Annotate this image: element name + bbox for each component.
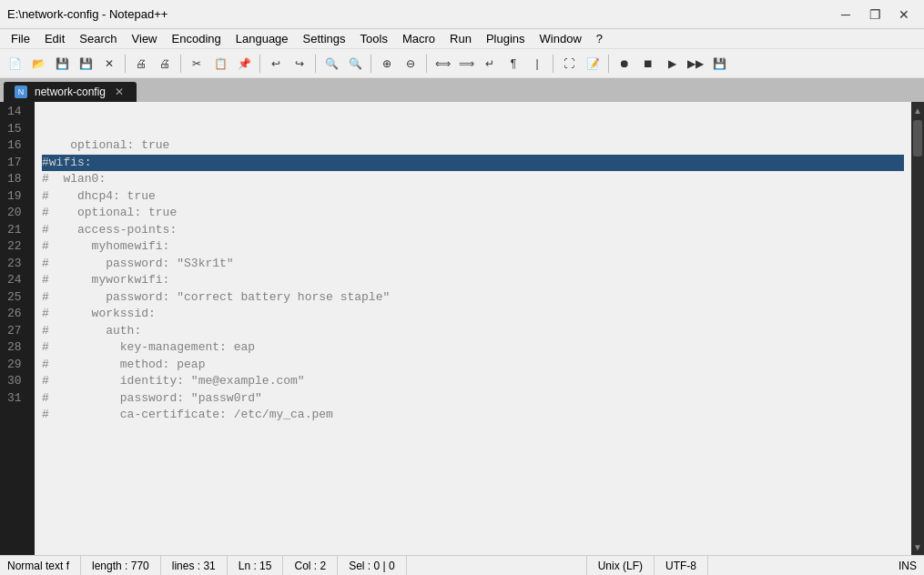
code-line: optional: true — [42, 137, 904, 155]
scroll-up-arrow[interactable]: ▲ — [911, 104, 924, 116]
menu-edit[interactable]: Edit — [37, 30, 72, 47]
line-number: 25 — [7, 289, 27, 307]
close-doc-button[interactable]: ✕ — [98, 53, 120, 75]
menu-window[interactable]: Window — [533, 30, 589, 47]
line-number: 18 — [7, 171, 27, 188]
window-controls: ─ ❐ ✕ — [833, 5, 917, 24]
copy-button[interactable]: 📋 — [209, 53, 231, 75]
window-title: E:\network-config - Notepad++ — [7, 7, 168, 21]
line-number: 26 — [7, 306, 27, 323]
redo-button[interactable]: ↪ — [289, 53, 310, 75]
code-line: # identity: "me@example.com" — [42, 373, 904, 390]
print-now-button[interactable]: 🖨 — [154, 53, 176, 75]
menu-search[interactable]: Search — [72, 30, 124, 47]
menu-macro[interactable]: Macro — [395, 30, 442, 47]
status-mode: Normal text f — [7, 556, 81, 575]
line-number: 24 — [7, 272, 27, 289]
tab-label: network-config — [35, 86, 106, 98]
new-button[interactable]: 📄 — [4, 53, 25, 75]
line-number: 23 — [7, 256, 27, 273]
paste-button[interactable]: 📌 — [233, 53, 255, 75]
code-editor[interactable]: optional: true#wifis:# wlan0:# dhcp4: tr… — [35, 102, 911, 555]
save-macro-button[interactable]: 💾 — [708, 53, 730, 75]
code-line — [42, 424, 904, 441]
close-button[interactable]: ✕ — [891, 5, 917, 24]
record-macro-button[interactable]: ⏺ — [614, 53, 635, 75]
code-line: # access-points: — [42, 222, 904, 239]
play-macro-button[interactable]: ▶ — [661, 53, 683, 75]
editor-wrapper: 141516171819202122232425262728293031 opt… — [0, 102, 924, 555]
menu-file[interactable]: File — [4, 30, 37, 47]
menu-plugins[interactable]: Plugins — [479, 30, 533, 47]
code-line: # key-management: eap — [42, 339, 904, 357]
zoom-in-button[interactable]: ⊕ — [376, 53, 398, 75]
code-line: # password: "passw0rd" — [42, 390, 904, 408]
toolbar-sep-5 — [371, 55, 371, 73]
post-it-button[interactable]: 📝 — [582, 53, 604, 75]
line-number: 17 — [7, 155, 27, 172]
line-number: 20 — [7, 205, 27, 222]
code-line: # myhomewifi: — [42, 238, 904, 256]
menu-encoding[interactable]: Encoding — [165, 30, 228, 47]
toolbar-sep-1 — [125, 55, 126, 73]
toolbar-sep-7 — [553, 55, 553, 73]
scroll-down-arrow[interactable]: ▼ — [911, 540, 924, 553]
minimize-button[interactable]: ─ — [833, 5, 858, 24]
line-number: 29 — [7, 357, 27, 374]
line-number: 22 — [7, 238, 27, 256]
find-button[interactable]: 🔍 — [320, 53, 342, 75]
restore-button[interactable]: ❐ — [862, 5, 888, 24]
menu-run[interactable]: Run — [442, 30, 479, 47]
run-macro-button[interactable]: ▶▶ — [685, 53, 706, 75]
sync-v-scroll-button[interactable]: ⟺ — [432, 53, 453, 75]
sync-h-scroll-button[interactable]: ⟹ — [455, 53, 477, 75]
status-bar: Normal text f length : 770 lines : 31 Ln… — [0, 555, 924, 575]
undo-button[interactable]: ↩ — [265, 53, 287, 75]
toolbar-sep-2 — [180, 55, 181, 73]
save-button[interactable]: 💾 — [51, 53, 73, 75]
all-chars-button[interactable]: ¶ — [503, 53, 524, 75]
status-sel: Sel : 0 | 0 — [338, 556, 406, 575]
tab-icon: N — [15, 86, 27, 98]
tab-close-button[interactable]: ✕ — [113, 86, 126, 98]
vertical-scrollbar[interactable]: ▲ ▼ — [911, 102, 924, 555]
save-all-button[interactable]: 💾 — [75, 53, 96, 75]
menu-settings[interactable]: Settings — [296, 30, 353, 47]
line-number: 15 — [7, 121, 27, 138]
print-button[interactable]: 🖨 — [130, 53, 152, 75]
menu-view[interactable]: View — [125, 30, 165, 47]
toolbar-sep-4 — [315, 55, 316, 73]
stop-macro-button[interactable]: ⏹ — [637, 53, 659, 75]
fullscreen-button[interactable]: ⛶ — [558, 53, 580, 75]
code-line: # optional: true — [42, 205, 904, 222]
line-number: 31 — [7, 390, 27, 408]
menu-bar: File Edit Search View Encoding Language … — [0, 29, 924, 49]
line-number: 27 — [7, 323, 27, 340]
title-bar: E:\network-config - Notepad++ ─ ❐ ✕ — [0, 0, 924, 29]
scroll-thumb[interactable] — [913, 120, 922, 156]
toolbar-sep-6 — [426, 55, 427, 73]
code-line: #wifis: — [42, 155, 904, 172]
menu-tools[interactable]: Tools — [353, 30, 395, 47]
code-line: # dhcp4: true — [42, 188, 904, 206]
toolbar-sep-3 — [259, 55, 260, 73]
cut-button[interactable]: ✂ — [186, 53, 208, 75]
find-replace-button[interactable]: 🔍 — [344, 53, 366, 75]
code-line: # wlan0: — [42, 171, 904, 188]
menu-language[interactable]: Language — [228, 30, 296, 47]
code-line: # method: peap — [42, 357, 904, 374]
word-wrap-button[interactable]: ↵ — [479, 53, 501, 75]
line-number: 19 — [7, 188, 27, 206]
menu-help[interactable]: ? — [589, 30, 610, 47]
line-number: 28 — [7, 339, 27, 357]
code-line: # myworkwifi: — [42, 272, 904, 289]
open-button[interactable]: 📂 — [27, 53, 49, 75]
zoom-out-button[interactable]: ⊖ — [400, 53, 421, 75]
tab-bar: N network-config ✕ — [0, 78, 924, 102]
line-number: 16 — [7, 137, 27, 155]
indent-guide-button[interactable]: | — [526, 53, 548, 75]
toolbar-sep-8 — [608, 55, 609, 73]
status-line-ending: Unix (LF) — [586, 556, 655, 575]
status-ln: Ln : 15 — [228, 556, 284, 575]
editor-tab[interactable]: N network-config ✕ — [4, 82, 137, 102]
